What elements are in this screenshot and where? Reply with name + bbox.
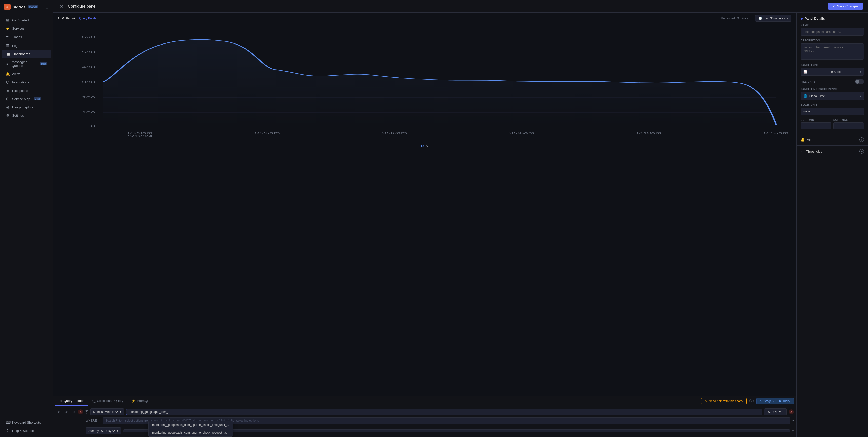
alerts-section[interactable]: 🔔 Alerts +	[797, 134, 868, 145]
sidebar-logo: S SigNoz CLOUD ⊟	[0, 0, 53, 14]
sidebar-item-service-map[interactable]: ⬡ Service Map Beta	[1, 95, 51, 103]
chart-source-label: Plotted with	[62, 16, 78, 20]
sidebar-item-label: Get Started	[12, 19, 29, 22]
panel-type-value: Time Series	[826, 70, 842, 74]
main-area: ✕ Configure panel ✓ Save Changes ↻ Plott…	[53, 0, 868, 437]
thresholds-section[interactable]: 〰 Thresholds +	[797, 145, 868, 158]
messaging-queues-badge: Beta	[40, 62, 47, 65]
y-axis-section: Y AXIS UNIT none	[801, 103, 864, 115]
usage-explorer-icon: ◉	[5, 105, 9, 109]
chart-legend: A	[58, 142, 791, 149]
metrics-input[interactable]	[126, 409, 762, 415]
metrics-type-select[interactable]: Metrics Metrics ▾	[90, 408, 124, 415]
sidebar-item-keyboard-shortcuts[interactable]: ⌨ Keyboard Shortcuts	[1, 418, 51, 427]
copy-btn[interactable]: ⎘	[70, 409, 77, 415]
alerts-add-icon[interactable]: +	[860, 137, 864, 142]
panel-type-dropdown[interactable]: 📈 Time Series ▾	[801, 68, 864, 76]
svg-text:100: 100	[82, 111, 95, 114]
sidebar-toggle-btn[interactable]: ⊟	[45, 4, 49, 9]
run-query-button[interactable]: ▷ Stage & Run Query	[756, 398, 794, 404]
global-time-dropdown[interactable]: 🌐 Global Time ▾	[801, 92, 864, 100]
service-map-badge: Beta	[34, 97, 41, 100]
eye-btn[interactable]: 👁	[63, 409, 69, 415]
sidebar-item-get-started[interactable]: ⊞ Get Started	[1, 16, 51, 24]
chart-panel: ↻ Plotted with Query Builder Refreshed 5…	[53, 12, 796, 437]
chart-container: 600 500 400 300 200 100 0 9:20am 9/12/24…	[53, 24, 796, 396]
sidebar-item-settings[interactable]: ⚙ Settings	[1, 111, 51, 120]
sidebar-item-label: Integrations	[12, 80, 29, 84]
sumby-select[interactable]: Sum By Sum By ▾	[86, 428, 121, 435]
soft-min-field: SOFT MIN	[801, 119, 831, 130]
thresholds-add-icon[interactable]: +	[860, 149, 864, 154]
fill-gaps-toggle[interactable]	[855, 79, 864, 84]
sumby-arrow-icon: ▾	[792, 429, 794, 433]
thresholds-label: Thresholds	[806, 149, 822, 154]
sidebar-item-label: Services	[12, 27, 25, 30]
alerts-icon: 🔔	[5, 72, 9, 76]
time-range-button[interactable]: 🕐 Last 30 minutes ▾	[755, 15, 791, 22]
sidebar-item-exceptions[interactable]: ◈ Exceptions	[1, 87, 51, 95]
panel-time-pref-label: PANEL TIME PREFERENCE	[801, 88, 864, 91]
legend-dot	[421, 144, 424, 147]
sidebar-item-usage-explorer[interactable]: ◉ Usage Explorer	[1, 103, 51, 111]
soft-min-input[interactable]	[801, 123, 831, 130]
close-button[interactable]: ✕	[58, 3, 65, 10]
query-tabs-bar: ⊞ Query Builder >_ ClickHouse Query ⚡ Pr…	[53, 396, 796, 406]
sumby-dropdown[interactable]: Sum By	[100, 429, 116, 433]
where-label: WHERE	[86, 419, 101, 423]
panel-description-input[interactable]	[801, 43, 864, 60]
alerts-label: Alerts	[807, 138, 815, 141]
query-row-label: A	[78, 409, 83, 414]
panel-type-label: PANEL TYPE	[801, 64, 864, 67]
sidebar-item-label: Keyboard Shortcuts	[12, 421, 41, 425]
sidebar-item-label: Settings	[12, 114, 24, 117]
y-axis-unit-value[interactable]: none	[801, 108, 864, 115]
sidebar-item-services[interactable]: ⚡ Services	[1, 24, 51, 32]
metrics-chevron-icon: ▾	[120, 410, 121, 414]
chart-svg: 600 500 400 300 200 100 0 9:20am 9/12/24…	[58, 27, 791, 142]
thresholds-header: 〰 Thresholds +	[801, 149, 864, 154]
sidebar-item-messaging-queues[interactable]: ≡ Messaging Queues Beta	[1, 58, 51, 70]
chart-time: Refreshed 59 mins ago 🕐 Last 30 minutes …	[721, 15, 791, 22]
panel-name-input[interactable]	[801, 28, 864, 36]
time-range-label: Last 30 minutes	[764, 16, 785, 20]
svg-text:500: 500	[82, 51, 95, 54]
keyboard-shortcuts-icon: ⌨	[5, 421, 9, 425]
sidebar-item-integrations[interactable]: ⬡ Integrations	[1, 78, 51, 86]
sidebar-item-alerts[interactable]: 🔔 Alerts	[1, 70, 51, 78]
y-axis-none-value: none	[803, 110, 810, 113]
query-row-label-right: A	[789, 409, 794, 414]
autocomplete-item-1[interactable]: monitoring_googleapis_com_uptime_check_r…	[149, 429, 233, 437]
row-controls: ▾ 👁 ⎘ A ∑	[55, 409, 88, 415]
sidebar-item-label: Usage Explorer	[12, 105, 35, 109]
help-btn-label: Need help with this chart?	[709, 399, 743, 403]
autocomplete-item-0[interactable]: monitoring_googleapis_com_uptime_check_t…	[149, 421, 233, 429]
soft-max-label: SOFT MAX	[833, 119, 864, 122]
tab-query-builder[interactable]: ⊞ Query Builder	[55, 396, 88, 406]
clock-icon: 🕐	[758, 16, 762, 20]
panel-type-chevron-icon: ▾	[860, 70, 861, 74]
save-button[interactable]: ✓ Save Changes	[828, 2, 863, 10]
soft-minmax-row: SOFT MIN SOFT MAX	[801, 119, 864, 130]
soft-min-label: SOFT MIN	[801, 119, 831, 122]
svg-text:9/12/24: 9/12/24	[128, 135, 153, 138]
tab-promql[interactable]: ⚡ PromQL	[127, 396, 153, 406]
tab-clickhouse-query[interactable]: >_ ClickHouse Query	[88, 396, 127, 406]
page-title: Configure panel	[68, 4, 96, 8]
formula-btn[interactable]: ∑	[85, 409, 88, 415]
svg-text:9:45am: 9:45am	[764, 132, 789, 134]
sidebar-item-logs[interactable]: ☰ Logs	[1, 41, 51, 49]
help-circle-icon[interactable]: ?	[749, 399, 754, 403]
sidebar-item-dashboards[interactable]: ▦ Dashboards	[1, 50, 51, 58]
aggregation-select[interactable]: Sum ▾	[764, 408, 787, 415]
sidebar-item-help-support[interactable]: ? Help & Support	[1, 427, 51, 435]
y-axis-unit-label: Y AXIS UNIT	[801, 103, 864, 106]
help-chart-button[interactable]: ⚠ Need help with this chart?	[701, 398, 747, 404]
aggregation-dropdown[interactable]: Sum	[767, 410, 778, 414]
collapse-btn[interactable]: ▾	[55, 409, 62, 415]
sidebar-item-traces[interactable]: 〜 Traces	[1, 33, 51, 41]
run-btn-label: Stage & Run Query	[764, 399, 790, 403]
query-builder-tab-label: Query Builder	[64, 399, 84, 403]
soft-max-input[interactable]	[833, 123, 864, 130]
metrics-type-dropdown[interactable]: Metrics	[104, 410, 119, 414]
